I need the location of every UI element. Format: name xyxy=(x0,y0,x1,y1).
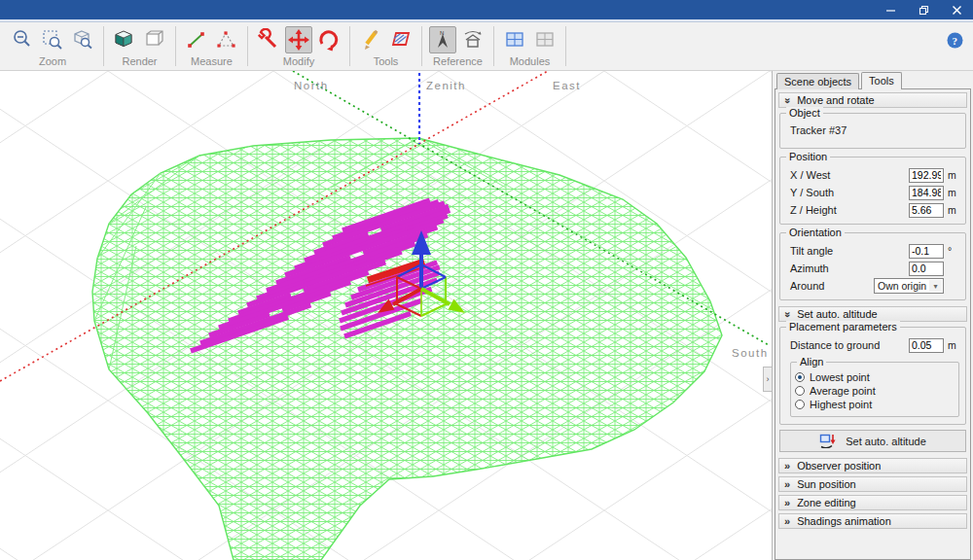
orientation-groupbox: Orientation Tilt angle ° Azimuth Around xyxy=(779,232,966,300)
compass-icon: N xyxy=(431,28,454,52)
measure-length-button[interactable] xyxy=(183,26,210,53)
azimuth-row: Azimuth xyxy=(790,260,959,277)
house-button[interactable] xyxy=(459,26,486,53)
button-label: Set auto. altitude xyxy=(846,436,926,447)
section-header-move-rotate[interactable]: » Move and rotate xyxy=(778,92,967,108)
radio-label: Lowest point xyxy=(810,371,870,383)
rotate-button[interactable] xyxy=(315,26,342,53)
modules-icon xyxy=(503,28,526,52)
compass-button[interactable]: N xyxy=(429,26,456,53)
axis-label-south: South xyxy=(732,347,769,359)
tilt-row: Tilt angle ° xyxy=(790,242,959,260)
tab-scene-objects[interactable]: Scene objects xyxy=(776,73,859,89)
measure-length-icon xyxy=(185,28,208,52)
close-button[interactable] xyxy=(940,0,973,19)
align-option-highest[interactable]: Highest point xyxy=(795,398,955,411)
chevron-collapsed-icon: » xyxy=(784,479,790,490)
set-auto-altitude-icon xyxy=(819,434,837,448)
modules-button[interactable] xyxy=(501,26,528,53)
scene-canvas[interactable]: North Zenith East South xyxy=(0,71,772,560)
svg-text:?: ? xyxy=(953,35,958,47)
properties-panel: Scene objects Tools » Move and rotate Ob… xyxy=(772,71,973,560)
zoom-out-button[interactable] xyxy=(9,26,36,53)
section-header-shadings-animation[interactable]: » Shadings animation xyxy=(778,513,967,529)
position-row-x: X / West m xyxy=(790,166,959,184)
axis-label-zenith: Zenith xyxy=(426,80,466,91)
align-option-average[interactable]: Average point xyxy=(795,384,955,398)
tilt-angle-input[interactable] xyxy=(909,244,944,259)
pencil-button[interactable] xyxy=(357,26,384,53)
toolbar-group-label: Tools xyxy=(374,55,399,67)
distance-to-ground-row: Distance to ground m xyxy=(790,336,959,354)
chevron-collapsed-icon: » xyxy=(784,516,790,527)
groupbox-title: Orientation xyxy=(786,227,845,238)
object-groupbox: Object Tracker #37 xyxy=(779,113,966,149)
measure-area-button[interactable] xyxy=(213,26,240,53)
set-auto-altitude-button[interactable]: Set auto. altitude xyxy=(779,430,966,452)
move-button[interactable] xyxy=(285,26,312,53)
align-groupbox: Align Lowest point Average point Highest… xyxy=(790,362,959,417)
around-select[interactable]: Own origin ▾ xyxy=(874,278,944,294)
toolbar-group-modules: Modules xyxy=(494,22,565,70)
field-label: Z / Height xyxy=(790,204,909,216)
zoom-3d-button[interactable] xyxy=(69,26,96,53)
chevron-expanded-icon: » xyxy=(782,97,793,103)
render-shaded-button[interactable] xyxy=(111,26,138,53)
field-label: X / West xyxy=(790,169,909,181)
wrench-button[interactable] xyxy=(255,26,282,53)
section-header-set-auto-altitude[interactable]: » Set auto. altitude xyxy=(778,306,967,322)
tools-tab-page: » Move and rotate Object Tracker #37 Pos… xyxy=(775,88,971,560)
position-row-z: Z / Height m xyxy=(790,201,959,219)
selected-object-name: Tracker #37 xyxy=(790,122,959,136)
minimize-button[interactable] xyxy=(874,0,907,19)
axis-label-north: North xyxy=(294,80,329,91)
axis-label-east: East xyxy=(553,80,581,91)
toolbar: Zoom Render xyxy=(0,22,973,71)
around-selected-value: Own origin xyxy=(878,280,926,292)
toolbar-group-label: Modules xyxy=(510,55,551,67)
distance-to-ground-input[interactable] xyxy=(909,338,944,353)
unit-label: m xyxy=(948,187,959,198)
toolbar-group-modify: Modify xyxy=(248,22,349,70)
x-west-input[interactable] xyxy=(909,168,944,183)
tab-tools[interactable]: Tools xyxy=(861,72,902,89)
section-title: Sun position xyxy=(797,478,856,490)
help-button[interactable]: ? xyxy=(947,32,963,51)
groupbox-title: Object xyxy=(786,107,823,119)
radio-icon xyxy=(795,386,805,396)
rotate-icon xyxy=(317,28,341,52)
panel-collapse-handle[interactable]: › xyxy=(763,367,772,392)
around-row: Around Own origin ▾ xyxy=(790,277,959,295)
section-header-sun-position[interactable]: » Sun position xyxy=(778,476,967,492)
z-height-input[interactable] xyxy=(909,203,944,218)
modules-disabled-button[interactable] xyxy=(531,26,559,53)
unit-label: m xyxy=(948,339,959,351)
chevron-collapsed-icon: » xyxy=(784,461,790,472)
section-title: Set auto. altitude xyxy=(797,308,878,320)
section-header-observer-position[interactable]: » Observer position xyxy=(778,458,967,473)
align-option-lowest[interactable]: Lowest point xyxy=(795,370,955,384)
toolbar-group-label: Render xyxy=(122,55,157,67)
toolbar-group-reference: N Reference xyxy=(422,22,493,70)
section-header-zone-editing[interactable]: » Zone editing xyxy=(778,495,967,510)
panel-tabs: Scene objects Tools xyxy=(775,72,971,89)
groupbox-title: Placement parameters xyxy=(786,321,900,332)
y-south-input[interactable] xyxy=(909,186,944,200)
zone-button[interactable] xyxy=(387,26,414,53)
azimuth-input[interactable] xyxy=(909,262,944,276)
viewport-3d[interactable]: North Zenith East South xyxy=(0,71,772,560)
toolbar-group-measure: Measure xyxy=(176,22,247,70)
zoom-3d-icon xyxy=(71,28,94,52)
zoom-window-button[interactable] xyxy=(39,26,66,53)
section-title: Zone editing xyxy=(797,497,856,508)
help-icon: ? xyxy=(947,32,963,49)
toolbar-group-label: Zoom xyxy=(39,55,66,67)
field-label: Y / South xyxy=(790,187,909,198)
section-title: Shadings animation xyxy=(797,515,891,527)
restore-button[interactable] xyxy=(907,0,940,19)
chevron-down-icon: ▾ xyxy=(929,280,942,292)
field-label: Around xyxy=(790,280,874,292)
groupbox-title: Position xyxy=(786,151,830,162)
radio-label: Highest point xyxy=(810,399,872,410)
render-wireframe-button[interactable] xyxy=(141,26,168,53)
